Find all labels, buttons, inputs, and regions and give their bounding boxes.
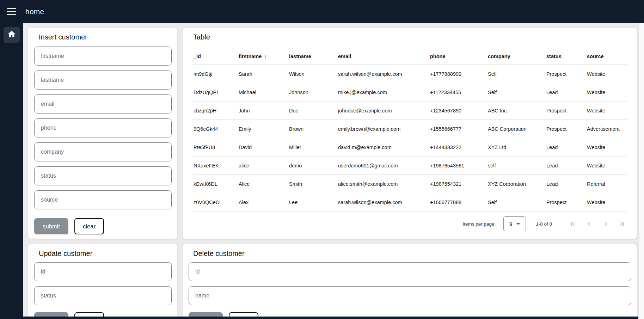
first-page-icon: [569, 220, 577, 228]
company-input[interactable]: [34, 142, 172, 161]
chevron-right-icon: [601, 220, 610, 228]
email-input[interactable]: [34, 94, 172, 114]
table-cell: XYZ Corporation: [487, 181, 545, 187]
home-icon: [7, 30, 16, 40]
column-header-id[interactable]: _id: [192, 54, 238, 59]
top-bar: home: [0, 0, 644, 23]
table-row: cbzqh2pH John Doe johndoe@example.com +1…: [192, 102, 627, 120]
page-size-select[interactable]: 9: [503, 216, 526, 231]
delete-name-input[interactable]: [189, 286, 631, 305]
table-cell: Brown: [288, 126, 337, 132]
table-cell: +1777888999: [429, 71, 487, 77]
table-cell: mike.j@example.com: [337, 90, 429, 95]
table-cell: sarah.wilson@example.com: [337, 200, 429, 205]
table-cell: Prospect: [545, 108, 586, 114]
phone-input[interactable]: [34, 118, 172, 137]
page-range-label: 1-8 of 8: [536, 221, 552, 227]
previous-page-button[interactable]: [585, 220, 594, 228]
page-title: home: [25, 7, 44, 16]
table-card: Table _id firstname ↓ lastname email pho…: [182, 27, 637, 239]
table-cell: Sarah: [238, 71, 288, 77]
insert-submit-button[interactable]: submit: [34, 218, 68, 234]
column-header-lastname[interactable]: lastname: [288, 54, 337, 59]
status-input[interactable]: [34, 166, 172, 185]
table-row: DdzUgQPI Michael Johnson mike.j@example.…: [192, 83, 627, 102]
table-cell: NXaxeFEK: [192, 163, 238, 168]
table-cell: +1987654321: [429, 181, 487, 187]
table-cell: Emily: [238, 126, 288, 132]
source-input[interactable]: [34, 190, 172, 209]
table-cell: Lead: [545, 163, 586, 168]
delete-card-title: Delete customer: [193, 250, 245, 258]
table-row: 9Q6cGk44 Emily Brown emily.brown@example…: [192, 120, 627, 138]
table-cell: z0V0QCeO: [192, 200, 238, 205]
table-cell: Pte5fFU8: [192, 145, 238, 150]
table-cell: XYZ Ltd.: [487, 145, 545, 150]
table-row: im9dGtji Sarah Wilson sarah.wilson@examp…: [192, 65, 627, 83]
insert-clear-button[interactable]: clear: [74, 218, 104, 234]
update-customer-card: Update customer submit clear: [28, 244, 177, 319]
column-header-status[interactable]: status: [545, 54, 586, 59]
delete-id-input[interactable]: [189, 262, 631, 281]
table-cell: Prospect: [545, 200, 586, 205]
table-paginator: Items per page: 9 1-8 of 8: [183, 215, 637, 233]
table-cell: Self: [487, 71, 545, 77]
table-row: Pte5fFU8 David Miller david.m@example.co…: [192, 138, 627, 157]
table-row: z0V0QCeO Alex Lee sarah.wilson@example.c…: [192, 193, 627, 211]
table-cell: Website: [586, 145, 627, 150]
last-page-icon: [618, 220, 626, 228]
column-header-source[interactable]: source: [586, 54, 627, 59]
table-cell: Lead: [545, 145, 586, 150]
table-cell: Prospect: [545, 126, 586, 132]
column-header-firstname[interactable]: firstname ↓: [238, 53, 288, 59]
table-cell: DdzUgQPI: [192, 90, 238, 95]
column-header-email[interactable]: email: [337, 54, 429, 59]
table-cell: John: [238, 108, 288, 114]
table-cell: 9Q6cGk44: [192, 126, 238, 132]
table-cell: Lee: [288, 200, 337, 205]
table-cell: Website: [586, 71, 627, 77]
insert-card-title: Insert customer: [39, 33, 87, 41]
items-per-page-label: Items per page:: [462, 221, 496, 227]
sidebar-item-home[interactable]: [4, 27, 20, 43]
table-cell: Michael: [238, 90, 288, 95]
next-page-button[interactable]: [601, 220, 610, 228]
table-card-title: Table: [193, 33, 210, 41]
table-cell: Website: [586, 163, 627, 168]
table-cell: sarah.wilson@example.com: [337, 71, 429, 77]
table-cell: alice.smith@example.com: [337, 181, 429, 187]
lastname-input[interactable]: [34, 70, 172, 90]
table-cell: Website: [586, 90, 627, 95]
firstname-input[interactable]: [34, 47, 172, 66]
column-header-company[interactable]: company: [487, 54, 545, 59]
table-cell: +1234567890: [429, 108, 487, 114]
delete-customer-card: Delete customer submit clear: [182, 244, 637, 319]
table-cell: kEwtK6DL: [192, 181, 238, 187]
table-cell: Self: [487, 200, 545, 205]
table-cell: +1666777888: [429, 200, 487, 205]
update-card-title: Update customer: [39, 250, 92, 258]
table-cell: +1555666777: [429, 126, 487, 132]
table-cell: Prospect: [545, 71, 586, 77]
update-status-input[interactable]: [34, 286, 172, 305]
customers-table: _id firstname ↓ lastname email phone com…: [192, 48, 627, 211]
table-cell: self: [487, 163, 545, 168]
last-page-button[interactable]: [618, 220, 626, 228]
table-cell: Doe: [288, 108, 337, 114]
table-cell: Miller: [288, 145, 337, 150]
sidebar: [0, 23, 23, 319]
table-cell: Alex: [238, 200, 288, 205]
menu-icon[interactable]: [7, 8, 16, 15]
insert-customer-card: Insert customer submit clear: [28, 27, 177, 239]
sort-desc-icon: ↓: [264, 53, 267, 59]
column-header-phone[interactable]: phone: [429, 54, 487, 59]
first-page-button[interactable]: [569, 220, 577, 228]
table-cell: alice: [238, 163, 288, 168]
table-cell: cbzqh2pH: [192, 108, 238, 114]
vertical-scrollbar[interactable]: [638, 23, 644, 319]
update-id-input[interactable]: [34, 262, 172, 281]
table-cell: demo: [288, 163, 337, 168]
table-cell: ABC Inc.: [487, 108, 545, 114]
table-cell: Website: [586, 200, 627, 205]
table-cell: Lead: [545, 181, 586, 187]
